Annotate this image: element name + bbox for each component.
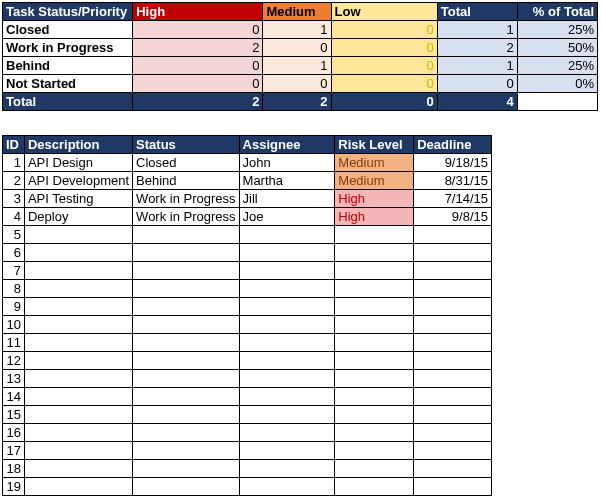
summary-cell-high: 2 <box>133 39 263 57</box>
summary-row-label: Not Started <box>3 75 133 93</box>
task-assignee: Jill <box>239 190 335 208</box>
task-description: API Design <box>24 154 132 172</box>
task-description <box>24 370 132 388</box>
task-deadline <box>414 442 492 460</box>
task-deadline <box>414 226 492 244</box>
task-id: 5 <box>3 226 25 244</box>
summary-row-label: Behind <box>3 57 133 75</box>
summary-cell-pct: 50% <box>517 39 597 57</box>
task-risk <box>335 226 414 244</box>
task-assignee <box>239 298 335 316</box>
task-description: API Development <box>24 172 132 190</box>
task-risk <box>335 334 414 352</box>
task-row-empty: 15 <box>3 406 492 424</box>
footer-total: 4 <box>437 93 517 111</box>
task-status <box>133 316 239 334</box>
header-task-status: Task Status/Priority <box>3 3 133 21</box>
task-deadline <box>414 424 492 442</box>
task-description <box>24 316 132 334</box>
task-deadline <box>414 478 492 496</box>
task-assignee <box>239 352 335 370</box>
task-risk: Medium <box>335 172 414 190</box>
summary-cell-total: 0 <box>437 75 517 93</box>
task-risk <box>335 388 414 406</box>
task-description <box>24 244 132 262</box>
summary-row: Behind010125% <box>3 57 598 75</box>
task-deadline: 7/14/15 <box>414 190 492 208</box>
task-row-empty: 14 <box>3 388 492 406</box>
task-status <box>133 460 239 478</box>
task-risk <box>335 352 414 370</box>
header-high: High <box>133 3 263 21</box>
task-description <box>24 442 132 460</box>
task-deadline <box>414 298 492 316</box>
task-assignee <box>239 424 335 442</box>
task-id: 9 <box>3 298 25 316</box>
task-row-empty: 10 <box>3 316 492 334</box>
task-row-empty: 8 <box>3 280 492 298</box>
task-status <box>133 388 239 406</box>
summary-cell-low: 0 <box>331 21 437 39</box>
task-table: ID Description Status Assignee Risk Leve… <box>2 135 492 496</box>
task-row-empty: 17 <box>3 442 492 460</box>
task-deadline <box>414 334 492 352</box>
summary-cell-low: 0 <box>331 39 437 57</box>
task-status <box>133 478 239 496</box>
task-risk <box>335 298 414 316</box>
task-deadline <box>414 352 492 370</box>
summary-cell-high: 0 <box>133 57 263 75</box>
task-status <box>133 442 239 460</box>
task-status <box>133 370 239 388</box>
task-risk <box>335 316 414 334</box>
task-row-empty: 7 <box>3 262 492 280</box>
task-status <box>133 226 239 244</box>
header-deadline: Deadline <box>414 136 492 154</box>
summary-cell-pct: 25% <box>517 21 597 39</box>
task-id: 17 <box>3 442 25 460</box>
task-assignee <box>239 280 335 298</box>
task-deadline: 8/31/15 <box>414 172 492 190</box>
task-description <box>24 262 132 280</box>
task-assignee <box>239 406 335 424</box>
task-description <box>24 460 132 478</box>
task-status <box>133 298 239 316</box>
header-low: Low <box>331 3 437 21</box>
task-status <box>133 424 239 442</box>
summary-cell-medium: 1 <box>263 21 331 39</box>
task-deadline <box>414 244 492 262</box>
task-risk: High <box>335 190 414 208</box>
task-row: 4DeployWork in ProgressJoeHigh9/8/15 <box>3 208 492 226</box>
header-id: ID <box>3 136 25 154</box>
task-description <box>24 352 132 370</box>
summary-cell-total: 2 <box>437 39 517 57</box>
task-row: 3API TestingWork in ProgressJillHigh7/14… <box>3 190 492 208</box>
summary-footer-row: Total 2 2 0 4 <box>3 93 598 111</box>
summary-cell-low: 0 <box>331 57 437 75</box>
header-status: Status <box>133 136 239 154</box>
task-status <box>133 262 239 280</box>
task-deadline <box>414 406 492 424</box>
task-status <box>133 334 239 352</box>
task-deadline <box>414 316 492 334</box>
summary-row: Closed010125% <box>3 21 598 39</box>
summary-cell-medium: 0 <box>263 39 331 57</box>
task-assignee <box>239 442 335 460</box>
footer-high: 2 <box>133 93 263 111</box>
task-id: 1 <box>3 154 25 172</box>
task-status <box>133 406 239 424</box>
footer-pct <box>517 93 597 111</box>
task-id: 18 <box>3 460 25 478</box>
task-description <box>24 280 132 298</box>
summary-cell-pct: 0% <box>517 75 597 93</box>
task-assignee <box>239 478 335 496</box>
task-description <box>24 334 132 352</box>
task-risk <box>335 262 414 280</box>
header-description: Description <box>24 136 132 154</box>
task-row-empty: 5 <box>3 226 492 244</box>
task-id: 4 <box>3 208 25 226</box>
summary-cell-high: 0 <box>133 21 263 39</box>
task-id: 2 <box>3 172 25 190</box>
summary-cell-total: 1 <box>437 57 517 75</box>
task-deadline <box>414 460 492 478</box>
task-id: 12 <box>3 352 25 370</box>
